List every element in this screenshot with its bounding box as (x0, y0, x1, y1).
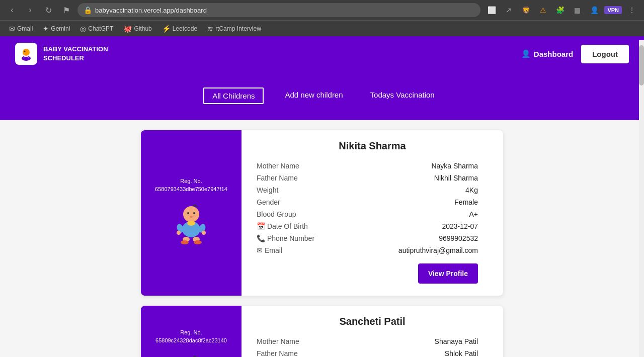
table-row: ✉ Email autipruthviraj@gmail.com (257, 244, 488, 256)
label-dob: 📅 Date Of Birth (257, 220, 347, 232)
lock-icon: 🔒 (84, 6, 92, 14)
phone-icon: 📞 (257, 234, 267, 242)
svg-point-4 (187, 212, 189, 214)
table-row: Mother Name Nayka Sharma (257, 160, 488, 172)
child-info-2: Sancheti Patil Mother Name Shanaya Patil… (242, 306, 503, 357)
info-table-1: Mother Name Nayka Sharma Father Name Nik… (257, 160, 488, 286)
value-mother-1: Nayka Sharma (347, 160, 488, 172)
gmail-icon: ✉ (9, 25, 15, 33)
logo-icon (15, 43, 37, 65)
label-father: Father Name (257, 172, 347, 184)
browser-toolbar: ‹ › ↻ ⚑ 🔒 babyvaccination.vercel.app/das… (0, 0, 644, 20)
bookmark-chatgpt-label: ChatGPT (88, 25, 113, 32)
dashboard-link[interactable]: 👤 Dashboard (521, 49, 573, 58)
baby-illustration-1 (166, 198, 216, 248)
calendar-icon: 📅 (257, 222, 267, 230)
label-weight: Weight (257, 184, 347, 196)
child-name-2: Sancheti Patil (257, 316, 488, 327)
logout-button[interactable]: Logout (581, 45, 629, 63)
bookmark-rtcamp[interactable]: ≋ rtCamp Interview (203, 23, 265, 35)
menu-icon[interactable]: ⋮ (625, 3, 639, 17)
alert-icon[interactable]: ⚠ (536, 3, 550, 17)
child-name-1: Nikita Sharma (257, 140, 488, 152)
label-gender: Gender (257, 196, 347, 208)
table-row: Mother Name Shanaya Patil (257, 335, 488, 347)
table-row: Father Name Shlok Patil (257, 347, 488, 357)
table-row: Blood Group A+ (257, 208, 488, 220)
table-row: 📅 Date Of Birth 2023-12-07 (257, 220, 488, 232)
app-header: BABY VACCINATION SCHEDULER 👤 Dashboard L… (0, 36, 644, 71)
svg-point-3 (183, 206, 199, 222)
child-avatar-2: Reg. No. 65809c24328dac8f2ac23140 (141, 306, 242, 357)
puzzle-icon[interactable]: 🧩 (553, 3, 567, 17)
view-profile-button-1[interactable]: View Profile (418, 263, 478, 284)
profile-icon[interactable]: 👤 (587, 3, 601, 17)
child-avatar-1: Reg. No. 6580793433dbe750e7947f14 (141, 130, 242, 296)
chatgpt-icon: ◎ (80, 25, 86, 33)
dashboard-label: Dashboard (534, 50, 573, 58)
reg-no-1: Reg. No. 6580793433dbe750e7947f14 (155, 177, 227, 193)
bookmark-gmail-label: Gmail (17, 25, 33, 32)
gemini-icon: ✦ (43, 25, 49, 33)
back-button[interactable]: ‹ (5, 3, 19, 17)
value-phone-1: 9699902532 (347, 232, 488, 244)
app-wrapper: BABY VACCINATION SCHEDULER 👤 Dashboard L… (0, 36, 644, 357)
value-mother-2: Shanaya Patil (347, 335, 488, 347)
table-row: 📞 Phone Number 9699902532 (257, 232, 488, 244)
value-weight-1: 4Kg (347, 184, 488, 196)
logo-text: BABY VACCINATION SCHEDULER (43, 45, 108, 63)
reg-no-2: Reg. No. 65809c24328dac8f2ac23140 (155, 329, 227, 344)
bookmark-gemini-label: Gemini (51, 25, 70, 32)
bookmark-gemini[interactable]: ✦ Gemini (39, 23, 74, 35)
label-mother: Mother Name (257, 160, 347, 172)
address-bar[interactable]: 🔒 babyvaccination.vercel.app/dashboard (77, 3, 480, 17)
label-father-2: Father Name (257, 347, 347, 357)
github-icon: 🐙 (123, 25, 132, 33)
reload-button[interactable]: ↻ (41, 3, 55, 17)
browser-actions: ⬜ ↗ 🦁 ⚠ 🧩 ▦ 👤 VPN ⋮ (485, 3, 639, 17)
tab-bar-wrapper: All Childrens Add new children Todays Va… (0, 71, 644, 120)
vpn-badge: VPN (604, 6, 622, 14)
bookmark-chatgpt[interactable]: ◎ ChatGPT (76, 23, 117, 35)
svg-point-10 (177, 231, 181, 235)
svg-point-2 (24, 51, 26, 52)
svg-point-15 (181, 240, 189, 244)
bookmark-gmail[interactable]: ✉ Gmail (5, 23, 37, 35)
main-content: Reg. No. 6580793433dbe750e7947f14 (0, 120, 644, 357)
svg-point-5 (193, 212, 195, 214)
cast-icon[interactable]: ⬜ (485, 3, 499, 17)
bookmark-leetcode[interactable]: ⚡ Leetcode (158, 23, 201, 35)
user-icon: 👤 (521, 49, 531, 58)
value-blood-group-1: A+ (347, 208, 488, 220)
forward-button[interactable]: › (23, 3, 37, 17)
logo-area: BABY VACCINATION SCHEDULER (15, 43, 108, 65)
baby-illustration-2 (166, 349, 216, 357)
page-scrollbar[interactable] (639, 40, 644, 357)
table-row: View Profile (257, 256, 488, 286)
value-gender-1: Female (347, 196, 488, 208)
svg-point-0 (23, 49, 30, 56)
brave-icon[interactable]: 🦁 (519, 3, 533, 17)
table-row: Gender Female (257, 196, 488, 208)
child-card-2: Reg. No. 65809c24328dac8f2ac23140 (141, 306, 503, 357)
leetcode-icon: ⚡ (162, 25, 171, 33)
browser-chrome: ‹ › ↻ ⚑ 🔒 babyvaccination.vercel.app/das… (0, 0, 644, 36)
bookmark-github-label: Github (134, 25, 151, 32)
bookmark-button[interactable]: ⚑ (59, 3, 73, 17)
label-blood-group: Blood Group (257, 208, 347, 220)
value-dob-1: 2023-12-07 (347, 220, 488, 232)
tab-all-childrens[interactable]: All Childrens (203, 87, 264, 104)
header-right: 👤 Dashboard Logout (521, 45, 629, 63)
value-email-1: autipruthviraj@gmail.com (347, 244, 488, 256)
bookmark-leetcode-label: Leetcode (173, 25, 197, 32)
view-profile-cell-1: View Profile (347, 256, 488, 286)
value-father-2: Shlok Patil (347, 347, 488, 357)
share-icon[interactable]: ↗ (502, 3, 516, 17)
tab-add-children[interactable]: Add new children (279, 87, 349, 104)
url-text: babyvaccination.vercel.app/dashboard (95, 7, 207, 14)
child-info-1: Nikita Sharma Mother Name Nayka Sharma F… (242, 130, 503, 296)
sidebar-icon[interactable]: ▦ (570, 3, 584, 17)
bookmark-github[interactable]: 🐙 Github (119, 23, 155, 35)
tab-todays-vaccination[interactable]: Todays Vaccination (364, 87, 441, 104)
info-table-2: Mother Name Shanaya Patil Father Name Sh… (257, 335, 488, 357)
